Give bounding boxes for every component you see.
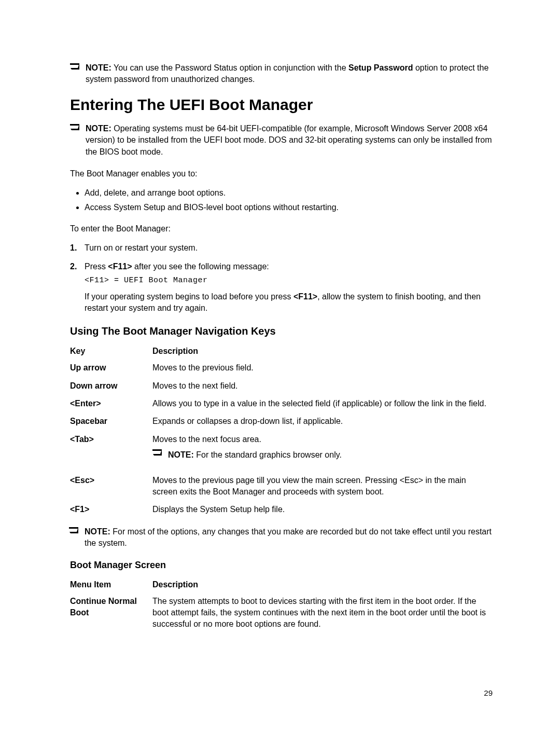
step-body: Turn on or restart your system.: [85, 242, 493, 254]
key-cell: <Tab>: [70, 434, 152, 467]
col-header-menu: Menu Item: [70, 580, 152, 596]
key-cell: Continue Normal Boot: [70, 596, 152, 637]
desc-cell: Expands or collapses a drop-down list, i…: [152, 416, 493, 433]
table-row: Spacebar Expands or collapses a drop-dow…: [70, 416, 493, 433]
list-item: Add, delete, and arrange boot options.: [85, 187, 493, 199]
note-text: NOTE: For most of the options, any chang…: [85, 526, 493, 549]
desc-cell: Moves to the next focus area. NOTE: For …: [152, 434, 493, 467]
note-icon: [70, 62, 86, 72]
table-row: <F1> Displays the System Setup help file…: [70, 504, 493, 521]
subheading-boot-manager-screen: Boot Manager Screen: [70, 560, 493, 571]
table-header-row: Menu Item Description: [70, 580, 493, 596]
table-header-row: Key Description: [70, 347, 493, 362]
note-icon: [152, 449, 168, 458]
note-icon: [70, 123, 86, 132]
key-cell: <Enter>: [70, 398, 152, 416]
step-number: 1.: [70, 242, 85, 254]
intro-text: The Boot Manager enables you to:: [70, 168, 493, 180]
desc-cell: Moves to the next field.: [152, 380, 493, 398]
table-row: <Esc> Moves to the previous page till yo…: [70, 467, 493, 504]
key-cell: Spacebar: [70, 416, 152, 433]
code-line: <F11> = UEFI Boot Manager: [85, 275, 493, 286]
desc-cell: The system attempts to boot to devices s…: [152, 596, 493, 637]
menu-table: Menu Item Description Continue Normal Bo…: [70, 580, 493, 637]
step-body: Press <F11> after you see the following …: [85, 261, 493, 314]
desc-text: Moves to the next focus area.: [152, 435, 261, 444]
page-heading: Entering The UEFI Boot Manager: [70, 96, 493, 114]
key-cell: <Esc>: [70, 467, 152, 504]
note-icon: [69, 526, 85, 535]
step-item: 2. Press <F11> after you see the followi…: [70, 261, 493, 314]
desc-cell: Moves to the previous page till you view…: [152, 467, 493, 504]
col-header-desc: Description: [152, 580, 493, 596]
table-row: Continue Normal Boot The system attempts…: [70, 596, 493, 637]
desc-cell: Moves to the previous field.: [152, 362, 493, 380]
table-row: Up arrow Moves to the previous field.: [70, 362, 493, 380]
desc-cell: Allows you to type in a value in the sel…: [152, 398, 493, 416]
note-text: NOTE: Operating systems must be 64-bit U…: [86, 123, 493, 158]
col-header-key: Key: [70, 347, 152, 362]
note-uefi-os: NOTE: Operating systems must be 64-bit U…: [70, 123, 493, 158]
list-item: Access System Setup and BIOS-level boot …: [85, 201, 493, 214]
page-number: 29: [484, 688, 493, 697]
key-cell: Down arrow: [70, 380, 152, 398]
desc-cell: Displays the System Setup help file.: [152, 504, 493, 521]
step-number: 2.: [70, 261, 85, 314]
step-item: 1. Turn on or restart your system.: [70, 242, 493, 254]
note-password-status: NOTE: You can use the Password Status op…: [70, 62, 493, 86]
note-tab: NOTE: For the standard graphics browser …: [152, 449, 486, 461]
key-cell: Up arrow: [70, 362, 152, 380]
intro-text-2: To enter the Boot Manager:: [70, 223, 493, 235]
subheading-nav-keys: Using The Boot Manager Navigation Keys: [70, 325, 493, 337]
note-text: NOTE: You can use the Password Status op…: [86, 62, 493, 86]
key-cell: <F1>: [70, 504, 152, 521]
col-header-desc: Description: [152, 347, 493, 362]
table-row: Down arrow Moves to the next field.: [70, 380, 493, 398]
table-row: <Enter> Allows you to type in a value in…: [70, 398, 493, 416]
note-restart-effect: NOTE: For most of the options, any chang…: [69, 526, 493, 549]
note-text: NOTE: For the standard graphics browser …: [168, 449, 486, 461]
step-list: 1. Turn on or restart your system. 2. Pr…: [70, 242, 493, 314]
nav-keys-table: Key Description Up arrow Moves to the pr…: [70, 347, 493, 522]
table-row: <Tab> Moves to the next focus area. NOTE…: [70, 434, 493, 467]
bullet-list: Add, delete, and arrange boot options. A…: [70, 187, 493, 214]
